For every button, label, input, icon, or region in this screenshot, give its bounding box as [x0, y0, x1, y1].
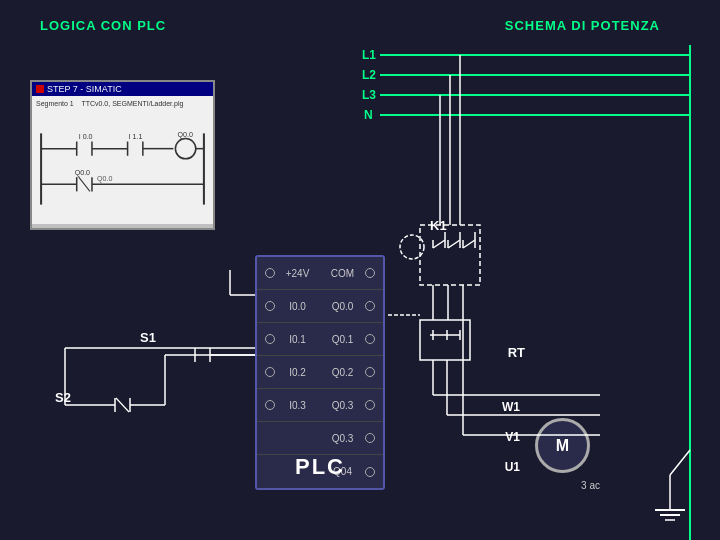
plc-label-i03: I0.3: [275, 400, 320, 411]
svg-text:Q0.0: Q0.0: [97, 175, 112, 183]
plc-label-i00: I0.0: [275, 301, 320, 312]
v1-label: V1: [505, 430, 520, 444]
simatic-segment: Segmento 1 TTCv0.0, SEGMENTI/Ladder.plg: [36, 100, 209, 107]
plc-label-q01: Q0.1: [320, 334, 365, 345]
svg-line-35: [433, 240, 445, 248]
simatic-title-text: STEP 7 - SIMATIC: [47, 84, 122, 94]
plc-label-q00: Q0.0: [320, 301, 365, 312]
plc-label-24v: +24V: [275, 268, 320, 279]
svg-rect-46: [420, 320, 470, 360]
title-left: LOGICA CON PLC: [40, 18, 166, 33]
plc-row-4: Q0.3: [257, 422, 383, 455]
plc-main-label: PLC: [295, 454, 345, 480]
svg-text:Q0.0: Q0.0: [75, 169, 90, 177]
svg-text:L3: L3: [362, 88, 376, 102]
plc-row-com: +24V COM: [257, 257, 383, 290]
plc-row-2: I0.2 Q0.2: [257, 356, 383, 389]
svg-line-38: [448, 240, 460, 248]
svg-text:I 1.1: I 1.1: [129, 133, 143, 141]
svg-point-66: [400, 235, 424, 259]
u1-label: U1: [505, 460, 520, 474]
plc-label-q03a: Q0.3: [320, 400, 365, 411]
s1-label: S1: [140, 330, 156, 345]
motor-label: M: [556, 437, 569, 455]
svg-text:L1: L1: [362, 48, 376, 62]
plc-box: +24V COM I0.0 Q0.0 I0.1 Q0.1 I0.2 Q0.2 I…: [255, 255, 385, 490]
ladder-diagram: I 0.0 I 1.1 Q0.0 Q0.0 Q0.0: [36, 109, 209, 229]
simatic-window: STEP 7 - SIMATIC Segmento 1 TTCv0.0, SEG…: [30, 80, 215, 230]
plc-circle-right-q04: [365, 467, 375, 477]
plc-circle-right-q03b: [365, 433, 375, 443]
simatic-titlebar: STEP 7 - SIMATIC: [32, 82, 213, 96]
motor-type-label: 3 ac: [581, 480, 600, 491]
plc-circle-left-i03: [265, 400, 275, 410]
plc-circle-right-q00: [365, 301, 375, 311]
plc-label-q02: Q0.2: [320, 367, 365, 378]
svg-text:I 0.0: I 0.0: [79, 133, 93, 141]
svg-text:N: N: [364, 108, 373, 122]
s2-label: S2: [55, 390, 71, 405]
motor-symbol: M: [535, 418, 590, 473]
plc-label-i02: I0.2: [275, 367, 320, 378]
svg-line-41: [463, 240, 475, 248]
plc-row-3: I0.3 Q0.3: [257, 389, 383, 422]
plc-circle-left-i01: [265, 334, 275, 344]
plc-circle-right-com: [365, 268, 375, 278]
k1-label: K1: [430, 218, 447, 233]
title-right: SCHEMA DI POTENZA: [505, 18, 660, 33]
svg-point-9: [175, 138, 195, 158]
plc-row-1: I0.1 Q0.1: [257, 323, 383, 356]
plc-label-i01: I0.1: [275, 334, 320, 345]
rt-label: RT: [508, 345, 525, 360]
plc-circle-right-q03a: [365, 400, 375, 410]
plc-circle-left-i02: [265, 367, 275, 377]
svg-text:L2: L2: [362, 68, 376, 82]
plc-circle-left-24v: [265, 268, 275, 278]
plc-circle-right-q02: [365, 367, 375, 377]
plc-circle-right-q01: [365, 334, 375, 344]
plc-circle-left-i00: [265, 301, 275, 311]
svg-line-17: [79, 177, 90, 191]
simatic-body: Segmento 1 TTCv0.0, SEGMENTI/Ladder.plg …: [32, 96, 213, 224]
plc-row-0: I0.0 Q0.0: [257, 290, 383, 323]
w1-label: W1: [502, 400, 520, 414]
plc-label-com: COM: [320, 268, 365, 279]
svg-rect-30: [420, 225, 480, 285]
svg-text:Q0.0: Q0.0: [177, 131, 192, 139]
plc-label-q03b: Q0.3: [320, 433, 365, 444]
svg-line-74: [116, 398, 129, 412]
svg-line-64: [670, 450, 690, 475]
